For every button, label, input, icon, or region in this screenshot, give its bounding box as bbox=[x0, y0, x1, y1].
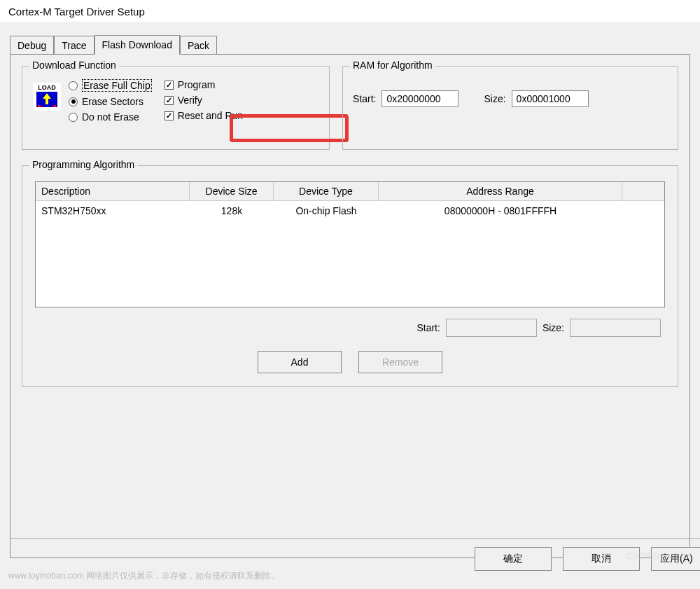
tab-strip: Debug Trace Flash Download Pack bbox=[10, 32, 690, 54]
check-options: Program Verify Reset and Run bbox=[164, 79, 243, 123]
cell-device-size: 128k bbox=[190, 201, 274, 221]
svg-rect-5 bbox=[53, 105, 56, 107]
erase-options: Erase Full Chip Erase Sectors Do not Era… bbox=[69, 79, 152, 123]
checkbox-icon bbox=[164, 111, 174, 120]
ram-algorithm-group: RAM for Algorithm Start: Size: bbox=[342, 66, 678, 150]
radio-erase-full-chip[interactable]: Erase Full Chip bbox=[69, 79, 152, 92]
algorithm-footer: Start: Size: bbox=[35, 319, 665, 337]
tab-body: Download Function LOAD bbox=[10, 54, 690, 558]
separator-line bbox=[10, 538, 700, 539]
cell-description: STM32H750xx bbox=[36, 201, 190, 221]
programming-algorithm-title: Programming Algorithm bbox=[29, 159, 137, 170]
col-spacer bbox=[622, 182, 664, 200]
download-function-title: Download Function bbox=[29, 60, 119, 71]
dialog-window: Cortex-M Target Driver Setup Debug Trace… bbox=[0, 0, 700, 589]
tab-trace[interactable]: Trace bbox=[54, 36, 94, 55]
radio-icon bbox=[69, 81, 78, 90]
checkbox-label: Verify bbox=[178, 95, 202, 106]
radio-do-not-erase[interactable]: Do not Erase bbox=[69, 111, 152, 123]
ram-start-label: Start: bbox=[353, 93, 376, 104]
checkbox-verify[interactable]: Verify bbox=[164, 95, 243, 106]
content-area: Debug Trace Flash Download Pack Download… bbox=[0, 22, 700, 558]
remove-button: Remove bbox=[358, 351, 442, 373]
checkbox-program[interactable]: Program bbox=[164, 79, 243, 90]
col-description[interactable]: Description bbox=[36, 182, 190, 200]
watermark-left: www.toymoban.com 网络图片仅供展示，非存储，如有侵权请联系删除。 bbox=[8, 570, 279, 582]
ram-size-input[interactable] bbox=[512, 90, 589, 107]
programming-algorithm-group: Programming Algorithm Description Device… bbox=[22, 165, 678, 387]
checkbox-icon bbox=[164, 81, 174, 90]
cell-address-range: 08000000H - 0801FFFFH bbox=[379, 201, 622, 221]
footer-start-input bbox=[446, 319, 537, 337]
svg-text:LOAD: LOAD bbox=[38, 84, 56, 91]
table-header: Description Device Size Device Type Addr… bbox=[36, 182, 664, 201]
download-function-group: Download Function LOAD bbox=[22, 66, 330, 150]
top-row: Download Function LOAD bbox=[22, 66, 678, 150]
ram-algorithm-title: RAM for Algorithm bbox=[350, 60, 435, 71]
svg-rect-4 bbox=[38, 105, 41, 107]
radio-icon bbox=[69, 113, 78, 122]
radio-erase-sectors[interactable]: Erase Sectors bbox=[69, 96, 152, 107]
radio-label: Do not Erase bbox=[82, 111, 139, 123]
tab-pack[interactable]: Pack bbox=[180, 36, 217, 55]
cell-device-type: On-chip Flash bbox=[274, 201, 379, 221]
radio-label: Erase Sectors bbox=[82, 96, 144, 107]
checkbox-reset-and-run[interactable]: Reset and Run bbox=[164, 110, 243, 121]
ok-button[interactable]: 确定 bbox=[475, 547, 552, 571]
ram-start-input[interactable] bbox=[382, 90, 458, 107]
footer-size-input bbox=[570, 319, 661, 337]
algorithm-table[interactable]: Description Device Size Device Type Addr… bbox=[35, 181, 665, 307]
checkbox-label: Reset and Run bbox=[178, 110, 243, 121]
ram-size-label: Size: bbox=[484, 93, 505, 104]
window-title: Cortex-M Target Driver Setup bbox=[0, 0, 700, 22]
footer-size-label: Size: bbox=[542, 322, 564, 333]
col-address-range[interactable]: Address Range bbox=[379, 182, 622, 200]
watermark-right: CSDN @Kent Gu bbox=[626, 551, 692, 561]
load-icon: LOAD bbox=[32, 82, 62, 111]
footer-start-label: Start: bbox=[416, 322, 440, 333]
radio-label: Erase Full Chip bbox=[82, 79, 152, 92]
radio-icon bbox=[69, 97, 78, 106]
add-button[interactable]: Add bbox=[258, 351, 342, 373]
table-row[interactable]: STM32H750xx 128k On-chip Flash 08000000H… bbox=[36, 201, 664, 221]
algorithm-buttons: Add Remove bbox=[35, 351, 665, 373]
checkbox-icon bbox=[164, 96, 174, 105]
col-device-type[interactable]: Device Type bbox=[274, 182, 379, 200]
checkbox-label: Program bbox=[178, 79, 216, 90]
tab-debug[interactable]: Debug bbox=[10, 36, 54, 55]
col-device-size[interactable]: Device Size bbox=[190, 182, 274, 200]
tab-flash-download[interactable]: Flash Download bbox=[94, 35, 180, 55]
